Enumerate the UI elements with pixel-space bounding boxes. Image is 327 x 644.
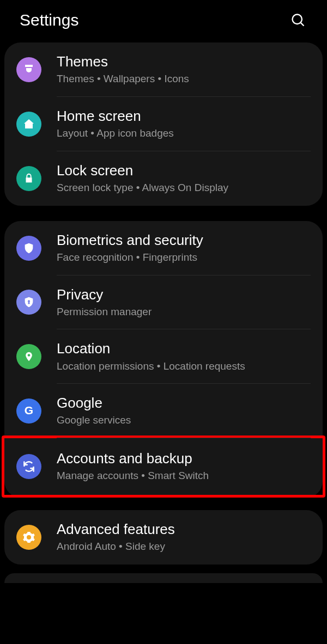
svg-point-4: [28, 354, 31, 357]
home-icon: [16, 112, 41, 137]
location-icon: [16, 344, 41, 369]
text-wrap: Accounts and backup Manage accounts • Sm…: [57, 450, 209, 483]
svg-line-1: [301, 23, 304, 26]
text-wrap: Biometrics and security Face recognition…: [57, 232, 203, 265]
text-wrap: Themes Themes • Wallpapers • Icons: [57, 53, 189, 86]
settings-item-biometrics[interactable]: Biometrics and security Face recognition…: [4, 221, 323, 275]
row-sub: Manage accounts • Smart Switch: [57, 469, 209, 483]
sync-icon: [16, 454, 41, 479]
row-sub: Google services: [57, 414, 131, 427]
svg-text:G: G: [25, 404, 33, 416]
lock-icon: [16, 166, 41, 191]
settings-item-location[interactable]: Location Location permissions • Location…: [4, 329, 323, 384]
settings-item-lock-screen[interactable]: Lock screen Screen lock type • Always On…: [4, 151, 323, 206]
row-title: Location: [57, 340, 245, 357]
row-sub: Themes • Wallpapers • Icons: [57, 72, 189, 86]
row-sub: Face recognition • Fingerprints: [57, 251, 203, 265]
row-sub: Screen lock type • Always On Display: [57, 181, 228, 195]
text-wrap: Privacy Permission manager: [57, 286, 152, 319]
header: Settings: [0, 0, 327, 42]
search-icon: [290, 13, 306, 28]
settings-item-home-screen[interactable]: Home screen Layout • App icon badges: [4, 97, 323, 151]
row-sub: Layout • App icon badges: [57, 127, 174, 140]
row-title: Biometrics and security: [57, 232, 203, 249]
settings-item-privacy[interactable]: Privacy Permission manager: [4, 275, 323, 330]
shield-icon: [16, 236, 41, 261]
page-title: Settings: [20, 11, 78, 29]
row-sub: Location permissions • Location requests: [57, 360, 245, 373]
settings-group-partial: [4, 573, 323, 583]
settings-item-themes[interactable]: Themes Themes • Wallpapers • Icons: [4, 42, 323, 97]
highlighted-item: Accounts and backup Manage accounts • Sm…: [2, 436, 325, 498]
settings-item-accounts-backup[interactable]: Accounts and backup Manage accounts • Sm…: [4, 438, 323, 495]
row-sub: Android Auto • Side key: [57, 540, 175, 554]
text-wrap: Location Location permissions • Location…: [57, 340, 245, 373]
settings-item-advanced-features[interactable]: Advanced features Android Auto • Side ke…: [4, 510, 323, 565]
google-icon: G: [16, 398, 41, 424]
settings-group-advanced: Advanced features Android Auto • Side ke…: [4, 510, 323, 565]
svg-point-0: [293, 15, 302, 24]
row-title: Themes: [57, 53, 189, 70]
row-sub: Permission manager: [57, 305, 152, 319]
row-title: Google: [57, 395, 131, 412]
row-title: Home screen: [57, 108, 174, 125]
text-wrap: Lock screen Screen lock type • Always On…: [57, 162, 228, 195]
row-title: Lock screen: [57, 162, 228, 179]
row-title: Accounts and backup: [57, 450, 209, 467]
row-title: Advanced features: [57, 521, 175, 538]
themes-icon: [16, 57, 41, 82]
settings-group-security: Biometrics and security Face recognition…: [4, 221, 323, 498]
gear-icon: [16, 525, 41, 550]
settings-item-google[interactable]: G Google Google services: [4, 384, 323, 438]
svg-point-2: [28, 300, 30, 303]
search-button[interactable]: [289, 11, 307, 29]
svg-rect-3: [28, 302, 29, 304]
row-title: Privacy: [57, 286, 152, 303]
text-wrap: Advanced features Android Auto • Side ke…: [57, 521, 175, 554]
settings-group-display: Themes Themes • Wallpapers • Icons Home …: [4, 42, 323, 206]
privacy-icon: [16, 290, 41, 315]
text-wrap: Google Google services: [57, 395, 131, 427]
text-wrap: Home screen Layout • App icon badges: [57, 108, 174, 140]
